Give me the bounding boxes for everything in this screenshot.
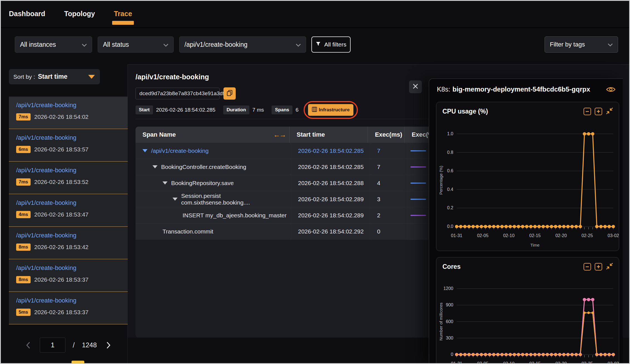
span-start-time: 2026-02-26 18:54:02.288 [291, 175, 370, 191]
current-page-input[interactable]: 1 [40, 338, 65, 353]
trace-endpoint[interactable]: /api/v1/create-booking [16, 297, 128, 304]
prev-page-button[interactable] [23, 340, 33, 351]
zoom-in-icon[interactable]: + [595, 108, 602, 115]
copy-trace-id-button[interactable] [223, 87, 236, 100]
instances-select[interactable]: All instances [15, 36, 92, 53]
trace-id-field[interactable]: dced9d7a23b8e7a837cb43e91a3dfffa [136, 88, 220, 99]
tab-topology[interactable]: Topology [64, 10, 95, 18]
svg-text:1200: 1200 [443, 286, 453, 291]
cutoff-floating-widget[interactable] [72, 361, 84, 364]
eye-icon[interactable] [606, 86, 616, 93]
duration-badge: 5ms [16, 309, 31, 316]
infrastructure-icon [312, 107, 317, 113]
meta-divider [136, 119, 435, 119]
trace-list-item[interactable]: /api/v1/create-booking4ms2026-02-26 18:5… [9, 194, 128, 227]
cores-card: Cores − + 03006009001200Number of millic… [436, 257, 619, 364]
next-page-button[interactable] [104, 340, 114, 351]
trace-item-meta: 8ms2026-02-26 18:53:42 [16, 244, 128, 251]
span-name[interactable]: /api/v1/create-booking [151, 147, 209, 154]
zoom-out-icon[interactable]: − [584, 263, 591, 270]
span-name: Transaction.commit [163, 228, 213, 235]
status-select[interactable]: All status [98, 36, 174, 53]
trace-timestamp: 2026-02-26 18:53:42 [34, 244, 88, 250]
cpu-card-header: CPU usage (%) − + [436, 102, 619, 116]
span-name: Session.persist com.sixthsense.booking..… [181, 193, 291, 206]
instances-select-value: All instances [20, 41, 56, 48]
expand-icon[interactable] [142, 149, 147, 152]
svg-text:02-05: 02-05 [477, 361, 488, 364]
svg-text:02-25: 02-25 [582, 233, 593, 238]
close-trace-button[interactable] [409, 80, 422, 93]
nav-tabs: DashboardTopologyTrace [0, 0, 630, 27]
filter-by-tags-label: Filter by tags [550, 41, 585, 48]
svg-text:03-02: 03-02 [608, 233, 619, 238]
trace-endpoint[interactable]: /api/v1/create-booking [16, 167, 128, 174]
trace-timestamp: 2026-02-26 18:53:37 [34, 309, 88, 316]
span-name-cell: Transaction.commit [136, 223, 291, 239]
trace-list-item[interactable]: /api/v1/create-booking6ms2026-02-26 18:5… [9, 129, 128, 162]
trace-list-item[interactable]: /api/v1/create-booking5ms2026-02-26 18:5… [9, 292, 128, 324]
trace-item-meta: 5ms2026-02-26 18:53:37 [16, 309, 128, 316]
svg-text:02-20: 02-20 [555, 233, 567, 238]
expand-icon[interactable] [173, 198, 178, 201]
chevron-down-icon [608, 41, 613, 48]
tab-dashboard[interactable]: Dashboard [9, 10, 45, 18]
span-table: Span Name ←→ Start time Exec(ms) Exec(%)… [136, 127, 435, 338]
collapse-icon[interactable] [606, 262, 613, 271]
trace-endpoint[interactable]: /api/v1/create-booking [16, 134, 128, 141]
funnel-icon [316, 41, 321, 48]
trace-endpoint[interactable]: /api/v1/create-booking [16, 199, 128, 206]
trace-list-item[interactable]: /api/v1/create-booking7ms2026-02-26 18:5… [9, 97, 128, 129]
endpoint-select[interactable]: /api/v1/create-booking [179, 36, 306, 53]
svg-text:02-15: 02-15 [529, 233, 541, 238]
k8s-panel-header: K8s: big-memory-deployment-54fbcdc6b5-gq… [429, 79, 623, 93]
tab-trace[interactable]: Trace [114, 10, 132, 18]
k8s-prefix: K8s: [437, 85, 450, 93]
close-icon [413, 83, 418, 90]
trace-endpoint[interactable]: /api/v1/create-booking [16, 102, 128, 109]
collapse-icon[interactable] [606, 107, 613, 116]
chevron-down-icon [82, 41, 87, 48]
top-nav: DashboardTopologyTrace [0, 0, 630, 28]
chevron-down-icon [163, 41, 168, 48]
infrastructure-button[interactable]: Infrastructure [308, 104, 354, 116]
duration-value: 7 ms [252, 107, 264, 113]
duration-badge: 8ms [16, 276, 31, 283]
trace-list-item[interactable]: /api/v1/create-booking7ms2026-02-26 18:5… [9, 162, 128, 194]
filter-by-tags-select[interactable]: Filter by tags [545, 36, 618, 53]
zoom-in-icon[interactable]: + [595, 263, 602, 270]
trace-list: /api/v1/create-booking7ms2026-02-26 18:5… [9, 97, 128, 324]
cores-chart: 03006009001200Number of millicores01-310… [436, 274, 619, 364]
endpoint-select-value: /api/v1/create-booking [184, 41, 247, 48]
expand-icon[interactable] [152, 165, 158, 168]
svg-text:02-10: 02-10 [503, 361, 515, 364]
trace-list-item[interactable]: /api/v1/create-booking8ms2026-02-26 18:5… [9, 227, 128, 259]
col-exec-ms[interactable]: Exec(ms) [368, 127, 405, 143]
span-row[interactable]: Session.persist com.sixthsense.booking..… [136, 191, 435, 207]
span-row[interactable]: INSERT my_db_ajeesh.booking_master2026-0… [136, 207, 435, 223]
col-span-name[interactable]: Span Name ←→ [136, 127, 290, 143]
span-name-cell: Session.persist com.sixthsense.booking..… [136, 191, 291, 207]
all-filters-button[interactable]: All filters [311, 36, 351, 53]
expand-icon[interactable] [163, 181, 168, 185]
trace-list-item[interactable]: /api/v1/create-booking8ms2026-02-26 18:5… [9, 259, 128, 292]
span-exec-ms: 2 [370, 207, 407, 223]
column-resize-arrows-icon[interactable]: ←→ [273, 131, 286, 139]
span-exec-ms: 3 [370, 191, 407, 207]
duration-badge: 7ms [16, 113, 31, 120]
zoom-out-icon[interactable]: − [584, 108, 591, 115]
k8s-infrastructure-panel: K8s: big-memory-deployment-54fbcdc6b5-gq… [429, 78, 623, 364]
filter-bar: All instances All status /api/v1/create-… [0, 36, 630, 53]
span-row[interactable]: BookingRepository.save2026-02-26 18:54:0… [136, 175, 435, 191]
span-row[interactable]: /api/v1/create-booking2026-02-26 18:54:0… [136, 143, 435, 159]
span-row[interactable]: BookingController.createBooking2026-02-2… [136, 159, 435, 175]
span-row[interactable]: Transaction.commit2026-02-26 18:54:02.29… [136, 223, 435, 240]
exec-pct-bar [410, 150, 426, 151]
col-start-time[interactable]: Start time [290, 127, 368, 143]
svg-text:02-05: 02-05 [477, 233, 488, 238]
sort-by-dropdown[interactable]: Sort by : Start time [9, 69, 100, 84]
trace-endpoint[interactable]: /api/v1/create-booking [16, 232, 128, 239]
span-exec-ms: 0 [370, 223, 407, 239]
trace-endpoint[interactable]: /api/v1/create-booking [16, 264, 128, 272]
svg-text:01-31: 01-31 [451, 233, 462, 238]
